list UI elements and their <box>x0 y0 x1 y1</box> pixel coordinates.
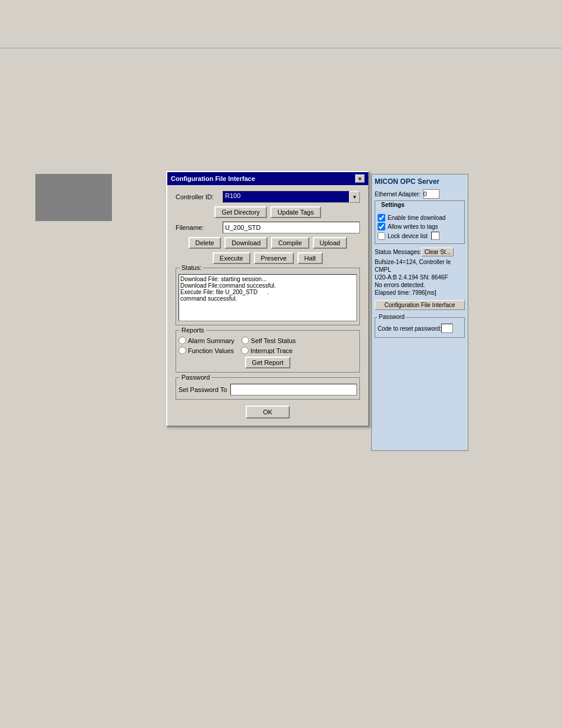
upload-button[interactable]: Upload <box>313 237 348 249</box>
reports-radio-row-2: Function Values Interrupt Trace <box>178 347 357 354</box>
status-messages-label: Status Messages: <box>375 249 421 255</box>
controller-id-row: Controller ID: R100 ▼ <box>176 191 360 203</box>
alarm-summary-item: Alarm Summary <box>178 337 234 344</box>
filename-input[interactable] <box>223 222 360 233</box>
compile-button[interactable]: Compile <box>271 237 309 249</box>
enable-time-download-row: Enable time download <box>378 214 462 222</box>
function-values-label: Function Values <box>188 347 234 354</box>
update-tags-button[interactable]: Update Tags <box>270 206 321 218</box>
ethernet-adapter-input[interactable] <box>423 189 439 199</box>
right-password-legend: Password <box>378 314 406 320</box>
right-panel: MICON OPC Server Ethernet Adapter: Setti… <box>371 174 468 451</box>
reports-radio-row-1: Alarm Summary Self Test Status <box>178 337 357 344</box>
enable-time-download-label: Enable time download <box>388 215 445 221</box>
get-report-btn-row: Get Report <box>178 357 357 368</box>
status-textarea[interactable]: Download File: starting session... Downl… <box>178 274 357 321</box>
function-values-radio[interactable] <box>178 347 186 354</box>
preserve-button[interactable]: Preserve <box>254 252 294 264</box>
function-values-item: Function Values <box>178 347 234 354</box>
dialog-body: Controller ID: R100 ▼ Get Directory Upda… <box>167 185 368 426</box>
password-input[interactable] <box>230 384 357 396</box>
dialog-titlebar: Configuration File Interface × <box>167 172 368 185</box>
ethernet-adapter-row: Ethernet Adapter: <box>375 189 465 199</box>
code-to-reset-input[interactable] <box>441 324 453 333</box>
halt-button[interactable]: Halt <box>297 252 323 264</box>
delete-button[interactable]: Delete <box>189 237 222 249</box>
status-legend: Status: <box>180 264 203 271</box>
download-button[interactable]: Download <box>224 237 267 249</box>
settings-group: Settings Enable time download Allow writ… <box>375 200 465 244</box>
exec-row: Execute Preserve Halt <box>176 252 360 264</box>
enable-time-download-checkbox[interactable] <box>378 214 385 222</box>
status-line-5: Elapsed time: 7996[ms] <box>375 289 465 297</box>
password-group: Password Set Password To <box>176 377 360 400</box>
allow-writes-label: Allow writes to tags <box>388 223 438 230</box>
status-messages-row: Status Messages: Clear St... <box>375 248 465 256</box>
right-panel-title: MICON OPC Server <box>375 177 465 186</box>
top-bar <box>0 35 562 48</box>
ok-button[interactable]: OK <box>246 406 290 419</box>
interrupt-trace-label: Interrupt Trace <box>250 347 293 354</box>
file-ops-row: Delete Download Compile Upload <box>176 237 360 249</box>
status-line-3: U20-A:B 2.4.194 SN: 8646F <box>375 274 465 281</box>
allow-writes-row: Allow writes to tags <box>378 223 462 230</box>
controller-id-input[interactable]: R100 <box>223 191 349 203</box>
password-legend: Password <box>180 374 211 381</box>
status-line-2: CMPL <box>375 266 465 274</box>
lock-device-label: Lock device list <box>388 233 428 239</box>
password-row: Set Password To <box>178 384 357 396</box>
filename-label: Filename: <box>176 224 223 231</box>
dialog-title: Configuration File Interface <box>171 175 255 182</box>
directory-tags-row: Get Directory Update Tags <box>176 206 360 218</box>
self-test-item: Self Test Status <box>242 337 296 344</box>
filename-row: Filename: <box>176 222 360 233</box>
interrupt-trace-item: Interrupt Trace <box>241 347 293 354</box>
set-password-label: Set Password To <box>178 386 227 393</box>
get-report-button[interactable]: Get Report <box>245 357 291 368</box>
left-panel <box>35 174 112 221</box>
alarm-summary-label: Alarm Summary <box>188 337 234 344</box>
self-test-label: Self Test Status <box>251 337 296 344</box>
status-group: Status: Download File: starting session.… <box>176 268 360 325</box>
right-status-text: Bufsize-14=124, Controller le CMPL U20-A… <box>375 258 465 297</box>
controller-id-dropdown-wrapper: R100 ▼ <box>223 191 360 203</box>
execute-button[interactable]: Execute <box>213 252 250 264</box>
config-file-interface-dialog: Configuration File Interface × Controlle… <box>166 171 369 427</box>
lock-device-row: Lock device list <box>378 232 462 240</box>
dialog-close-button[interactable]: × <box>355 174 365 183</box>
alarm-summary-radio[interactable] <box>178 337 186 344</box>
status-line-4: No errors detected. <box>375 281 465 289</box>
get-directory-button[interactable]: Get Directory <box>214 206 267 218</box>
controller-id-label: Controller ID: <box>176 193 223 200</box>
reports-group: Reports Alarm Summary Self Test Status F… <box>176 330 360 373</box>
settings-legend: Settings <box>380 202 405 208</box>
reports-legend: Reports <box>180 327 206 334</box>
code-to-reset-row: Code to reset password: <box>378 324 462 333</box>
allow-writes-checkbox[interactable] <box>378 223 385 230</box>
config-file-interface-button[interactable]: Configuration File Interface <box>375 300 465 310</box>
interrupt-trace-radio[interactable] <box>241 347 249 354</box>
status-line-1: Bufsize-14=124, Controller le <box>375 258 465 266</box>
lock-box <box>431 232 439 240</box>
code-to-reset-label: Code to reset password: <box>378 325 441 332</box>
ethernet-adapter-label: Ethernet Adapter: <box>375 191 421 197</box>
self-test-radio[interactable] <box>242 337 249 344</box>
lock-device-checkbox[interactable] <box>378 232 385 240</box>
clear-status-button[interactable]: Clear St... <box>421 248 453 256</box>
controller-id-dropdown-arrow[interactable]: ▼ <box>349 191 360 203</box>
ok-row: OK <box>176 406 360 419</box>
right-password-group: Password Code to reset password: <box>375 317 465 338</box>
